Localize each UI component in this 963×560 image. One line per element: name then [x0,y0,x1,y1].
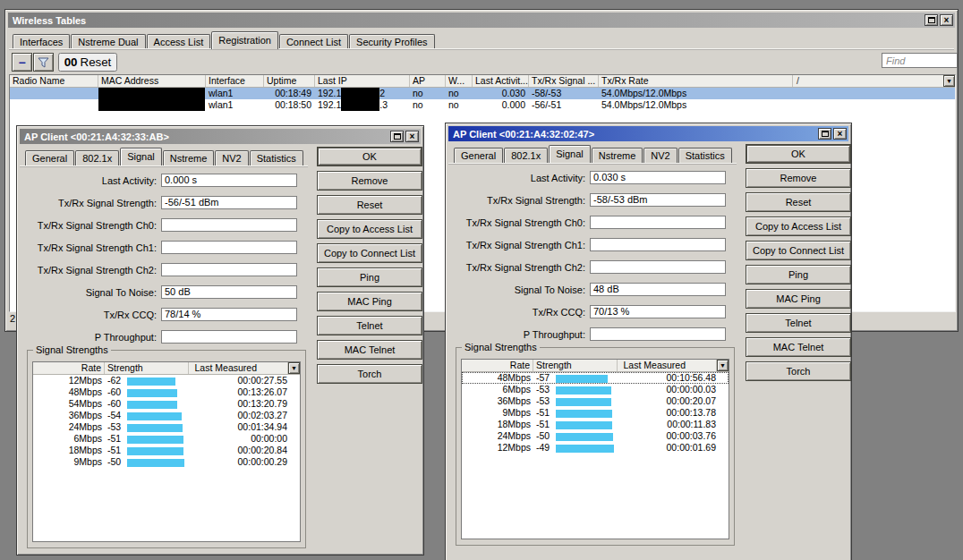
column-select-button[interactable]: ▼ [288,362,300,374]
maximize-button[interactable] [818,128,831,140]
action-button[interactable]: Copy to Connect List [746,241,851,260]
field-value[interactable]: 78/14 % [161,308,297,321]
action-button[interactable]: MAC Ping [317,292,422,311]
column-header-rate[interactable]: Rate [462,360,533,371]
action-button[interactable]: Ping [317,267,422,287]
action-button[interactable]: Torch [746,361,851,381]
field-value[interactable] [590,216,726,229]
column-header-rate[interactable]: Rate [33,362,105,374]
field-value[interactable] [590,238,726,251]
signal-row[interactable]: 18Mbps -51 00:00:20.84 [33,445,300,456]
field-value[interactable]: 0.030 s [590,171,726,184]
column-header-last-measured[interactable]: Last Measured [618,360,717,371]
action-button[interactable]: Ping [746,265,851,284]
signal-row[interactable]: 48Mbps -60 00:13:26.07 [33,386,300,398]
tab[interactable]: Connect List [279,34,348,49]
tab[interactable]: 802.1x [75,150,119,165]
tab[interactable]: General [454,148,503,163]
tab[interactable]: Signal [120,148,162,165]
action-button[interactable]: Reset [317,195,422,215]
maximize-button[interactable] [925,14,938,26]
signal-row[interactable]: 24Mbps -53 00:01:34.94 [33,421,300,433]
tab[interactable]: Security Profiles [349,34,434,49]
table-row[interactable]: wlan1 00:18:49 192.12 no no 0.030 -58/-5… [10,88,955,99]
signal-row[interactable]: 6Mbps -53 00:00:00.03 [462,384,729,395]
action-button[interactable]: Telnet [317,316,422,335]
reset-button[interactable]: 00Reset [58,53,117,72]
tab[interactable]: Nstreme [592,148,643,163]
field-value[interactable] [590,260,726,274]
close-button[interactable]: × [833,128,847,140]
tab[interactable]: Nstreme [163,150,215,165]
tab[interactable]: NV2 [215,150,248,165]
signal-row[interactable]: 36Mbps -54 00:02:03.27 [33,410,300,421]
close-button[interactable]: × [940,14,953,26]
action-button[interactable]: Torch [317,364,422,384]
field-value[interactable]: 48 dB [590,283,726,296]
signal-row[interactable]: 6Mbps -51 00:00:00 [33,433,300,445]
column-header-strength[interactable]: Strength [533,360,618,371]
action-button[interactable]: Copy to Connect List [317,243,422,263]
field-value[interactable] [161,330,297,344]
close-button[interactable]: × [405,131,419,142]
filter-button[interactable] [33,53,54,72]
field-value[interactable]: 70/13 % [590,305,726,318]
column-header-radio-name[interactable]: Radio Name [10,75,98,87]
action-button[interactable]: Telnet [746,313,851,333]
action-button[interactable]: Remove [317,171,422,191]
action-button[interactable]: Remove [746,168,851,188]
action-button[interactable]: Reset [746,192,851,212]
action-button[interactable]: OK [746,144,851,164]
field-value[interactable]: -58/-53 dBm [590,193,726,207]
column-header-uptime[interactable]: Uptime [264,75,315,87]
action-button[interactable]: OK [317,147,422,166]
column-header-wds[interactable]: W... [446,75,473,87]
signal-row[interactable]: 12Mbps -49 00:00:01.69 [462,442,729,454]
field-value[interactable] [161,218,297,232]
action-button[interactable]: Copy to Access List [746,216,851,236]
action-button[interactable]: MAC Telnet [317,340,422,360]
signal-row[interactable]: 24Mbps -50 00:00:03.76 [462,430,729,442]
field-value[interactable]: -56/-51 dBm [161,196,297,209]
signal-row[interactable]: 9Mbps -51 00:00:13.78 [462,407,729,419]
tab[interactable]: Statistics [250,150,303,165]
tab[interactable]: NV2 [643,148,677,163]
signal-row[interactable]: 18Mbps -51 00:00:11.83 [462,419,729,430]
signal-row[interactable]: 36Mbps -53 00:00:20.07 [462,395,729,407]
dialog-titlebar[interactable]: AP Client <00:21:A4:32:33:AB> × [20,129,421,144]
column-select-button[interactable]: ▼ [943,75,955,87]
column-select-button[interactable]: ▼ [717,360,729,371]
field-value[interactable]: 50 dB [161,285,297,299]
tab[interactable]: General [25,150,74,165]
tab[interactable]: Nstreme Dual [71,34,145,49]
signal-row[interactable]: 9Mbps -50 00:00:00.29 [33,456,300,468]
signal-row[interactable]: 12Mbps -62 00:00:27.55 [33,375,300,386]
tab[interactable]: Access List [147,34,211,49]
action-button[interactable]: MAC Telnet [746,337,851,357]
tab[interactable]: Registration [211,31,278,49]
field-value[interactable]: 0.000 s [161,174,297,187]
find-input[interactable] [882,53,958,68]
column-header-last-activity[interactable]: Last Activit... [473,75,529,87]
tab[interactable]: Signal [549,145,591,163]
signal-row[interactable]: 54Mbps -60 00:13:20.79 [33,398,300,410]
table-row[interactable]: wlan1 00:18:50 192.1.3 no no 0.000 -56/-… [10,99,955,111]
titlebar[interactable]: Wireless Tables × [8,13,955,28]
column-header-last-ip[interactable]: Last IP [315,75,410,87]
column-header-signal[interactable]: Tx/Rx Signal ... [529,75,599,87]
field-value[interactable] [161,263,297,276]
column-header-interface[interactable]: Interface [206,75,264,87]
column-header-mac-address[interactable]: MAC Address [98,75,206,87]
tab[interactable]: Interfaces [13,34,70,49]
column-header-rate[interactable]: Tx/Rx Rate [599,75,793,87]
column-header-strength[interactable]: Strength [105,362,189,374]
field-value[interactable] [590,327,726,341]
column-header-last-measured[interactable]: Last Measured [189,362,288,374]
tab[interactable]: 802.1x [504,148,548,163]
field-value[interactable] [161,241,297,254]
column-header-ap[interactable]: AP [410,75,446,87]
action-button[interactable]: MAC Ping [746,289,851,309]
dialog-titlebar[interactable]: AP Client <00:21:A4:32:02:47> × [448,126,848,141]
tab[interactable]: Statistics [678,148,732,163]
maximize-button[interactable] [390,131,404,142]
